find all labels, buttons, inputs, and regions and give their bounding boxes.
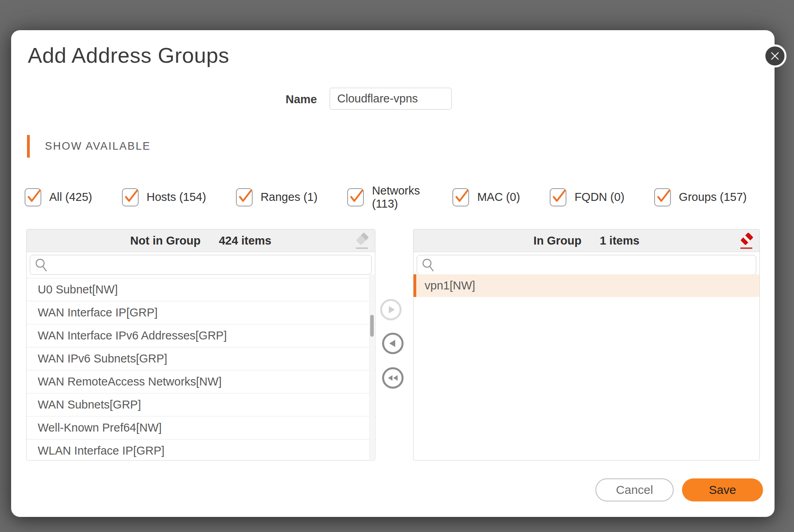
checkbox-checked-icon[interactable] bbox=[550, 188, 566, 206]
type-filter-row: All (425) Hosts (154) Ranges (1) Network… bbox=[25, 180, 747, 214]
filter-label: Groups (157) bbox=[679, 191, 747, 204]
selected-list-item[interactable]: vpn1[NW] bbox=[413, 274, 759, 297]
checkbox-checked-icon[interactable] bbox=[452, 188, 469, 206]
clear-list-button[interactable] bbox=[738, 232, 755, 250]
scrollbar-track[interactable] bbox=[369, 274, 375, 460]
filter-label: MAC (0) bbox=[477, 191, 520, 204]
filter-checkbox-mac[interactable]: MAC (0) bbox=[452, 188, 520, 206]
eraser-icon bbox=[738, 232, 755, 250]
partially-scrolled-row bbox=[27, 274, 375, 278]
search-input[interactable] bbox=[439, 255, 752, 274]
panel-title: In Group bbox=[533, 234, 581, 247]
list-item[interactable]: WAN RemoteAccess Networks[NW] bbox=[27, 370, 375, 393]
add-address-groups-dialog: Add Address Groups Name SHOW AVAILABLE A… bbox=[11, 30, 775, 517]
panel-item-count: 1 items bbox=[600, 234, 639, 247]
search-icon bbox=[421, 257, 439, 272]
checkbox-checked-icon[interactable] bbox=[25, 188, 41, 206]
panel-title: Not in Group bbox=[130, 234, 201, 247]
save-button[interactable]: Save bbox=[682, 478, 763, 501]
filter-label: Networks (113) bbox=[372, 184, 423, 211]
section-title: SHOW AVAILABLE bbox=[45, 140, 151, 152]
search-icon bbox=[34, 257, 52, 272]
scrollbar-thumb[interactable] bbox=[370, 315, 374, 337]
list-item[interactable]: WLAN Interface IP[GRP] bbox=[27, 439, 375, 460]
cancel-button[interactable]: Cancel bbox=[595, 478, 674, 501]
list-item[interactable]: WAN Interface IPv6 Addresses[GRP] bbox=[27, 324, 375, 347]
double-left-arrow-icon bbox=[386, 372, 399, 384]
not-in-group-list[interactable]: U0 Subnet[NW] WAN Interface IP[GRP] WAN … bbox=[27, 274, 375, 460]
not-in-group-search[interactable] bbox=[30, 255, 372, 275]
filter-checkbox-ranges[interactable]: Ranges (1) bbox=[236, 188, 317, 206]
dialog-title: Add Address Groups bbox=[28, 43, 229, 67]
panel-item-count: 424 items bbox=[219, 234, 271, 247]
not-in-group-header: Not in Group 424 items bbox=[27, 229, 375, 252]
filter-checkbox-all[interactable]: All (425) bbox=[25, 188, 92, 206]
move-all-left-button[interactable] bbox=[382, 367, 404, 389]
filter-label: FQDN (0) bbox=[574, 191, 624, 204]
close-button[interactable] bbox=[763, 44, 786, 67]
in-group-panel: In Group 1 items bbox=[413, 229, 760, 461]
in-group-search[interactable] bbox=[417, 255, 756, 275]
move-right-button[interactable] bbox=[380, 299, 402, 320]
checkbox-checked-icon[interactable] bbox=[654, 188, 671, 206]
filter-checkbox-hosts[interactable]: Hosts (154) bbox=[122, 188, 206, 206]
close-icon bbox=[770, 51, 780, 61]
checkbox-checked-icon[interactable] bbox=[347, 188, 364, 206]
move-left-button[interactable] bbox=[382, 333, 404, 354]
filter-checkbox-networks[interactable]: Networks (113) bbox=[347, 184, 423, 211]
in-group-list[interactable]: vpn1[NW] bbox=[413, 274, 759, 460]
left-arrow-icon bbox=[387, 337, 399, 349]
filter-checkbox-groups[interactable]: Groups (157) bbox=[654, 188, 747, 206]
search-input[interactable] bbox=[52, 255, 367, 274]
in-group-header: In Group 1 items bbox=[413, 229, 759, 252]
filter-label: Hosts (154) bbox=[147, 191, 206, 204]
list-item[interactable]: WAN IPv6 Subnets[GRP] bbox=[27, 347, 375, 370]
list-item[interactable]: WAN Interface IP[GRP] bbox=[27, 301, 375, 324]
right-arrow-icon bbox=[385, 304, 397, 316]
name-input[interactable] bbox=[330, 88, 452, 110]
list-item[interactable]: Well-Known Pref64[NW] bbox=[27, 416, 375, 439]
checkbox-checked-icon[interactable] bbox=[236, 188, 253, 206]
filter-checkbox-fqdn[interactable]: FQDN (0) bbox=[550, 188, 624, 206]
show-available-section: SHOW AVAILABLE bbox=[27, 135, 151, 158]
eraser-icon bbox=[354, 232, 370, 250]
name-label: Name bbox=[249, 93, 317, 106]
filter-label: Ranges (1) bbox=[261, 191, 317, 204]
filter-label: All (425) bbox=[49, 191, 92, 204]
list-item[interactable]: U0 Subnet[NW] bbox=[27, 278, 375, 301]
clear-list-button[interactable] bbox=[354, 232, 370, 250]
list-item[interactable]: WAN Subnets[GRP] bbox=[27, 393, 375, 416]
section-accent-bar bbox=[27, 135, 30, 158]
not-in-group-panel: Not in Group 424 items bbox=[26, 229, 375, 461]
checkbox-checked-icon[interactable] bbox=[122, 188, 139, 206]
